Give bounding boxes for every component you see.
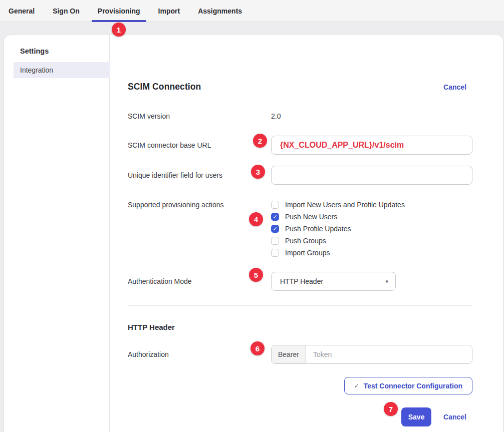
checkbox-icon[interactable]: [271, 249, 279, 257]
tab-sign-on[interactable]: Sign On: [47, 0, 86, 22]
annotation-badge-3: 3: [251, 165, 265, 179]
settings-card: Settings Integration SCIM Connection Can…: [4, 35, 503, 432]
unique-id-label: Unique identifier field for users: [128, 171, 271, 179]
checkbox-label: Push Groups: [285, 237, 326, 245]
auth-mode-selected-value: HTTP Header: [280, 277, 323, 285]
tab-label: Import: [158, 7, 180, 15]
checkbox-row[interactable]: Push Groups: [271, 235, 472, 247]
provisioning-actions-row: Supported provisioning actions Import Ne…: [128, 199, 472, 259]
checkbox-icon[interactable]: ✓: [271, 213, 279, 221]
test-connector-label: Test Connector Configuration: [364, 382, 462, 390]
tab-label: Sign On: [53, 7, 80, 15]
annotation-badge-6: 6: [250, 341, 265, 355]
authorization-input-group: Bearer: [271, 345, 472, 364]
scim-version-row: SCIM version 2.0: [128, 112, 472, 120]
app-tabbar: General Sign On Provisioning Import Assi…: [0, 0, 504, 22]
cancel-link-top[interactable]: Cancel: [443, 83, 466, 91]
authorization-row: Authorization Bearer: [128, 345, 472, 364]
checkbox-row[interactable]: Import New Users and Profile Updates: [271, 199, 472, 211]
base-url-input[interactable]: [271, 136, 472, 155]
base-url-label: SCIM connector base URL: [128, 141, 271, 149]
section-divider: [128, 305, 472, 306]
annotation-badge-7: 7: [384, 402, 398, 416]
token-input[interactable]: [306, 345, 472, 363]
checkbox-label: Import New Users and Profile Updates: [285, 201, 405, 209]
auth-mode-row: Authentication Mode HTTP Header ▾: [128, 272, 472, 291]
checkbox-icon[interactable]: ✓: [271, 225, 279, 233]
provisioning-actions-label: Supported provisioning actions: [128, 199, 271, 209]
panel-title: SCIM Connection: [128, 82, 201, 92]
check-icon: ✓: [354, 382, 359, 389]
sidebar-item-label: Integration: [20, 66, 53, 74]
annotation-badge-2: 2: [253, 134, 267, 148]
save-button[interactable]: Save: [401, 407, 431, 426]
caret-down-icon: ▾: [385, 278, 388, 285]
tab-general[interactable]: General: [3, 0, 41, 22]
checkbox-row[interactable]: Import Groups: [271, 247, 472, 259]
scim-version-value: 2.0: [271, 112, 472, 120]
tab-label: General: [9, 7, 35, 15]
bearer-prefix: Bearer: [272, 345, 306, 363]
authorization-label: Authorization: [128, 350, 271, 358]
tab-label: Assignments: [198, 7, 242, 15]
unique-id-row: Unique identifier field for users: [128, 166, 472, 185]
scim-version-label: SCIM version: [128, 112, 271, 120]
tab-assignments[interactable]: Assignments: [192, 0, 248, 22]
sidebar-heading: Settings: [20, 47, 109, 55]
checkbox-label: Push Profile Updates: [285, 225, 351, 233]
auth-mode-select[interactable]: HTTP Header ▾: [271, 272, 396, 291]
tab-import[interactable]: Import: [152, 0, 186, 22]
test-connector-button[interactable]: ✓ Test Connector Configuration: [344, 377, 472, 394]
annotation-badge-1: 1: [112, 23, 126, 37]
checkbox-row[interactable]: ✓ Push New Users: [271, 211, 472, 223]
http-header-heading: HTTP Header: [128, 323, 472, 331]
checkbox-label: Push New Users: [285, 213, 337, 221]
annotation-badge-5: 5: [249, 268, 263, 282]
auth-mode-label: Authentication Mode: [128, 277, 271, 285]
checkbox-row[interactable]: ✓ Push Profile Updates: [271, 223, 472, 235]
tab-provisioning[interactable]: Provisioning: [92, 0, 146, 22]
annotation-badge-4: 4: [249, 212, 263, 226]
checkbox-icon[interactable]: [271, 237, 279, 245]
settings-sidebar: Settings Integration: [4, 35, 110, 432]
scim-connection-panel: SCIM Connection Cancel SCIM version 2.0 …: [110, 35, 503, 432]
checkbox-icon[interactable]: [271, 201, 279, 209]
sidebar-item-integration[interactable]: Integration: [14, 62, 110, 78]
cancel-link-bottom[interactable]: Cancel: [443, 413, 466, 421]
tab-label: Provisioning: [98, 7, 140, 15]
base-url-row: SCIM connector base URL: [128, 136, 472, 155]
checkbox-label: Import Groups: [285, 249, 330, 257]
unique-id-input[interactable]: [271, 166, 472, 185]
